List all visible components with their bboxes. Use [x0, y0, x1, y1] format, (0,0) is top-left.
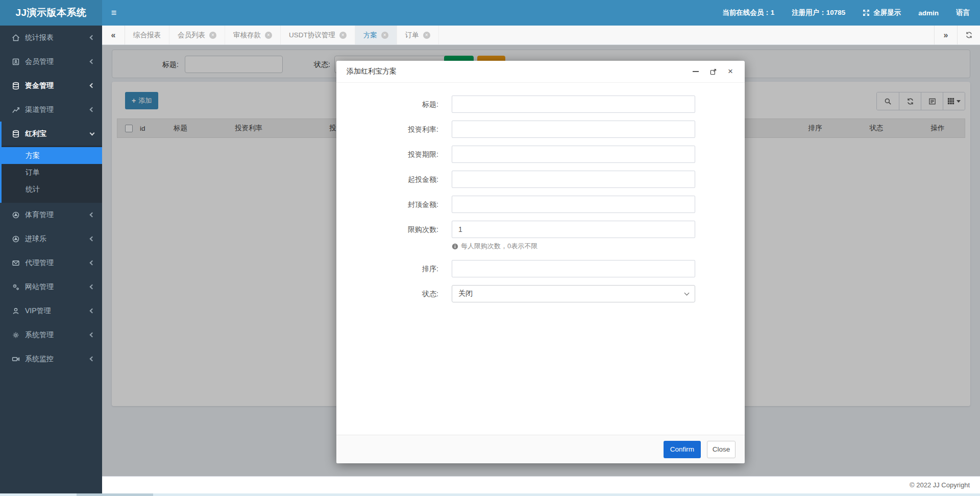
sidebar-item-system-mgmt[interactable]: 系统管理 [0, 323, 102, 347]
sidebar-item-vip-mgmt[interactable]: VIP管理 [0, 299, 102, 323]
confirm-button[interactable]: Confirm [664, 441, 701, 458]
sidebar-item-bonus[interactable]: 红利宝 [2, 122, 102, 146]
sidebar-item-stats-report[interactable]: 统计报表 [0, 26, 102, 50]
modal-footer: Confirm Close [336, 435, 745, 463]
close-icon[interactable]: × [381, 32, 388, 39]
language-menu[interactable]: 语言 [956, 8, 970, 17]
field-label-sort: 排序: [336, 260, 452, 277]
chevron-left-icon [90, 59, 95, 64]
cap-amount-input[interactable] [452, 196, 695, 213]
tabs-scroll-left-button[interactable]: « [102, 26, 125, 44]
field-label-invest-term: 投资期限: [336, 146, 452, 163]
chevron-left-icon [90, 261, 95, 266]
close-button[interactable]: × [726, 67, 734, 76]
refresh-icon [965, 31, 973, 39]
chevron-left-icon [90, 212, 95, 218]
database-icon [11, 130, 20, 138]
sidebar-item-orders[interactable]: 订单 [2, 164, 102, 181]
scrollbar-thumb[interactable] [77, 493, 153, 496]
chevron-left-icon [90, 285, 95, 290]
brand-logo: JJ演示版本系统 [0, 0, 102, 26]
tab-plan[interactable]: 方案 × [355, 26, 397, 44]
sidebar-submenu-bonus: 方案 订单 统计 [2, 146, 102, 203]
modal-title: 添加红利宝方案 [347, 67, 397, 76]
field-label-min-amount: 起投金额: [336, 171, 452, 188]
sort-input[interactable] [452, 260, 695, 277]
copyright-text: © 2022 JJ Copyright [910, 481, 970, 489]
chevron-left-icon [90, 83, 95, 88]
fullscreen-icon [863, 9, 870, 16]
invest-rate-input[interactable] [452, 121, 695, 138]
title-input[interactable] [452, 96, 695, 113]
user-menu[interactable]: admin [918, 9, 939, 17]
database-icon [11, 82, 20, 90]
soccer-icon [11, 211, 20, 219]
invest-term-input[interactable] [452, 146, 695, 163]
sidebar-item-funds-mgmt[interactable]: 资金管理 [0, 74, 102, 98]
tabs-scroll-right-button[interactable]: » [934, 26, 957, 44]
purchase-limit-input[interactable] [452, 221, 695, 238]
maximize-button[interactable] [709, 67, 717, 76]
gear-icon [11, 331, 20, 339]
tab-member-list[interactable]: 会员列表 × [169, 26, 225, 44]
sidebar: 统计报表 会员管理 资金管理 渠道管理 [0, 26, 102, 493]
field-label-invest-rate: 投资利率: [336, 121, 452, 138]
status-select-value: 关闭 [458, 289, 473, 298]
close-icon[interactable]: × [265, 32, 272, 39]
sidebar-item-site-mgmt[interactable]: 网站管理 [0, 275, 102, 299]
tab-orders[interactable]: 订单 × [397, 26, 439, 44]
sidebar-item-sports-mgmt[interactable]: 体育管理 [0, 203, 102, 227]
chevron-down-icon [684, 291, 690, 296]
tab-bar: « 综合报表 会员列表 × 审核存款 × USDT协议管理 × 方案 × 订单 … [102, 26, 980, 45]
sidebar-item-system-monitor[interactable]: 系统监控 [0, 347, 102, 371]
minimize-button[interactable] [692, 67, 700, 76]
tabs-refresh-button[interactable] [957, 26, 980, 44]
minimize-icon [693, 71, 699, 72]
field-label-title: 标题: [336, 96, 452, 113]
chevron-left-icon [90, 333, 95, 338]
modal-titlebar: 添加红利宝方案 × [336, 61, 745, 83]
field-label-status: 状态: [336, 285, 452, 302]
sidebar-item-statistics[interactable]: 统计 [2, 181, 102, 198]
sidebar-tree-bonus: 红利宝 方案 订单 统计 [0, 122, 102, 203]
online-members-stat: 当前在线会员：1 [722, 8, 774, 17]
sidebar-item-member-mgmt[interactable]: 会员管理 [0, 50, 102, 74]
page-footer: © 2022 JJ Copyright [102, 476, 980, 493]
tab-usdt-protocol[interactable]: USDT协议管理 × [281, 26, 355, 44]
field-label-purchase-limit: 限购次数: [336, 221, 452, 238]
purchase-limit-hint: 每人限购次数，0表示不限 [452, 242, 745, 251]
camera-icon [11, 355, 20, 363]
tab-deposit-review[interactable]: 审核存款 × [225, 26, 281, 44]
registered-users-stat: 注册用户：10785 [792, 8, 845, 17]
chart-icon [11, 106, 20, 114]
close-icon[interactable]: × [423, 32, 430, 39]
chevron-left-icon [90, 357, 95, 362]
tab-comprehensive-report[interactable]: 综合报表 [125, 26, 169, 44]
maximize-icon [709, 68, 717, 76]
info-icon [452, 243, 458, 250]
menu-icon[interactable]: ≡ [102, 0, 126, 26]
chevron-down-icon [90, 130, 95, 135]
top-navbar: JJ演示版本系统 ≡ 当前在线会员：1 注册用户：10785 全屏显示 admi… [0, 0, 980, 26]
status-select[interactable]: 关闭 [452, 285, 695, 302]
cogs-icon [11, 283, 20, 291]
fullscreen-button[interactable]: 全屏显示 [863, 8, 901, 17]
sidebar-item-channel-mgmt[interactable]: 渠道管理 [0, 98, 102, 122]
chevron-left-icon [90, 35, 95, 40]
min-amount-input[interactable] [452, 171, 695, 188]
sidebar-item-plan[interactable]: 方案 [2, 147, 102, 164]
field-label-cap-amount: 封顶金额: [336, 196, 452, 213]
horizontal-scrollbar[interactable] [0, 493, 980, 496]
sidebar-item-agent-mgmt[interactable]: 代理管理 [0, 251, 102, 275]
soccer-icon [11, 235, 20, 243]
modal-body: 标题: 投资利率: 投资期限: 起投金额: 封顶金额: 限购次数: [336, 83, 745, 434]
home-icon [11, 34, 20, 42]
close-icon[interactable]: × [209, 32, 216, 39]
chevron-left-icon [90, 107, 95, 112]
close-icon[interactable]: × [339, 32, 347, 39]
chevron-left-icon [90, 309, 95, 314]
close-modal-button[interactable]: Close [707, 441, 736, 458]
user-icon [11, 307, 20, 315]
sidebar-item-goal-fun[interactable]: 进球乐 [0, 227, 102, 251]
add-bonus-plan-modal: 添加红利宝方案 × 标题: 投资利率: 投资期限: [336, 61, 745, 463]
